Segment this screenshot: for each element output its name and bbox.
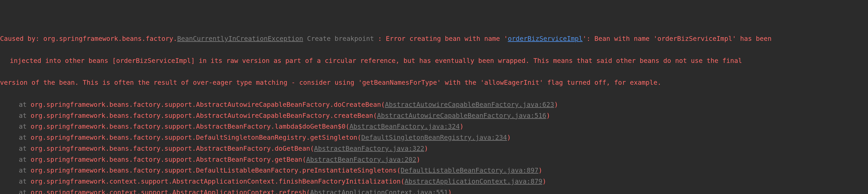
msg-part-b: ': Bean with name 'orderBizServiceImpl' … [583,35,772,42]
close-paren: ) [416,156,420,163]
open-paren: ( [306,189,310,194]
source-file-link[interactable]: AbstractApplicationContext.java:551 [310,189,448,194]
close-paren: ) [460,123,464,130]
close-paren: ) [538,166,542,174]
msg-line2: injected into other beans [orderBizServi… [10,57,742,65]
msg-line3: version of the bean. This is often the r… [0,78,661,86]
at-keyword: at [19,177,31,185]
caused-by-prefix: Caused by: org.springframework.beans.fac… [0,35,177,42]
stack-frame: at org.springframework.context.support.A… [0,176,868,187]
close-paren: ) [448,189,452,194]
exception-class-link[interactable]: BeanCurrentlyInCreationException [177,35,303,42]
source-file-link[interactable]: AbstractAutowireCapableBeanFactory.java:… [377,112,546,120]
at-keyword: at [19,189,31,194]
close-paren: ) [507,134,511,141]
at-keyword: at [19,156,31,163]
stack-frame: at org.springframework.beans.factory.sup… [0,121,868,132]
msg-part-a: : Error creating bean with name ' [378,35,508,42]
exception-header-line3: version of the bean. This is often the r… [0,77,868,88]
stack-frame: at org.springframework.context.support.A… [0,187,868,194]
bean-name-link[interactable]: orderBizServiceImpl [508,35,583,42]
source-file-link[interactable]: AbstractBeanFactory.java:322 [314,144,424,152]
close-paren: ) [547,112,550,120]
source-file-link[interactable]: AbstractAutowireCapableBeanFactory.java:… [385,101,554,108]
stack-frame: at org.springframework.beans.factory.sup… [0,143,868,154]
stack-frame: at org.springframework.beans.factory.sup… [0,154,868,165]
at-keyword: at [19,123,31,130]
open-paren: ( [358,134,361,141]
qualified-method: org.springframework.beans.factory.suppor… [31,112,373,120]
qualified-method: org.springframework.context.support.Abst… [31,177,401,185]
source-file-link[interactable]: AbstractApplicationContext.java:879 [405,177,542,185]
stack-frame: at org.springframework.beans.factory.sup… [0,132,868,143]
close-paren: ) [542,177,546,185]
open-paren: ( [302,156,306,163]
create-breakpoint-link[interactable]: Create breakpoint [303,35,378,42]
open-paren: ( [397,166,401,174]
at-keyword: at [19,166,31,174]
stack-frame: at org.springframework.beans.factory.sup… [0,165,868,176]
open-paren: ( [401,177,405,185]
at-keyword: at [19,112,31,120]
source-file-link[interactable]: DefaultSingletonBeanRegistry.java:234 [361,134,507,141]
open-paren: ( [373,112,377,120]
close-paren: ) [424,144,428,152]
qualified-method: org.springframework.beans.factory.suppor… [31,101,381,108]
open-paren: ( [310,144,314,152]
source-file-link[interactable]: AbstractBeanFactory.java:202 [306,156,416,163]
at-keyword: at [19,134,31,141]
source-file-link[interactable]: AbstractBeanFactory.java:324 [349,123,460,130]
open-paren: ( [345,123,349,130]
qualified-method: org.springframework.beans.factory.suppor… [31,144,310,152]
at-keyword: at [19,101,31,108]
source-file-link[interactable]: DefaultListableBeanFactory.java:897 [401,166,538,174]
exception-header-line2: injected into other beans [orderBizServi… [0,55,868,66]
close-paren: ) [554,101,558,108]
qualified-method: org.springframework.beans.factory.suppor… [31,166,397,174]
qualified-method: org.springframework.beans.factory.suppor… [31,134,358,141]
open-paren: ( [381,101,385,108]
stack-trace: at org.springframework.beans.factory.sup… [0,99,868,194]
exception-header-line1: Caused by: org.springframework.beans.fac… [0,33,868,44]
qualified-method: org.springframework.beans.factory.suppor… [31,156,302,163]
qualified-method: org.springframework.context.support.Abst… [31,189,306,194]
stack-frame: at org.springframework.beans.factory.sup… [0,99,868,110]
at-keyword: at [19,144,31,152]
stack-frame: at org.springframework.beans.factory.sup… [0,110,868,121]
qualified-method: org.springframework.beans.factory.suppor… [31,123,345,130]
